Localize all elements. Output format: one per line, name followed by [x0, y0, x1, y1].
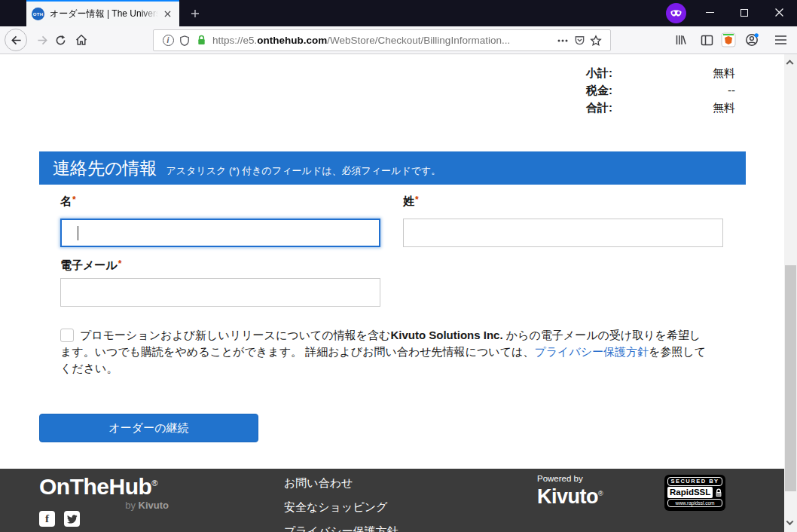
seal-brand: RapidSSL: [667, 487, 713, 498]
byline: by Kivuto: [39, 500, 169, 511]
tab-close-icon[interactable]: [160, 8, 174, 21]
home-button[interactable]: [71, 29, 92, 50]
last-name-input[interactable]: [403, 219, 723, 247]
newsletter-checkbox[interactable]: [60, 329, 74, 342]
footer-links: お問い合わせ 安全なショッピング プライバシー保護方針: [284, 476, 398, 532]
required-asterisk: *: [415, 194, 419, 205]
titlebar: OTH オーダー情報 | The University of T: [0, 0, 797, 26]
kivuto-logo: Kivuto®: [537, 485, 603, 508]
url-bar[interactable]: i https://e5.onthehub.com/WebStore/Check…: [153, 29, 611, 51]
reload-icon: [55, 35, 66, 46]
subtotal-label: 小計:: [586, 64, 612, 81]
footer: OnTheHub® by Kivuto f お問い合わせ 安全なショッピング プ…: [0, 469, 784, 532]
url-domain: onthehub.com: [257, 35, 327, 46]
last-name-label: 姓*: [403, 194, 419, 209]
sidebar-button[interactable]: [696, 29, 717, 50]
https-lock-icon[interactable]: [193, 32, 209, 49]
footer-link-safe-shopping[interactable]: 安全なショッピング: [284, 500, 398, 515]
vertical-scrollbar[interactable]: [784, 54, 797, 532]
email-input[interactable]: [60, 278, 380, 307]
scroll-down-icon[interactable]: [787, 520, 793, 526]
registered-mark: ®: [151, 478, 157, 488]
seal-secured-by: SECURED BY: [667, 477, 722, 486]
facebook-icon[interactable]: f: [39, 511, 55, 527]
powered-by-kivuto: Powered by Kivuto®: [537, 474, 603, 507]
pocket-icon[interactable]: [571, 32, 588, 49]
total-label: 合計:: [586, 99, 612, 116]
sidebar-icon: [701, 35, 713, 46]
scroll-up-icon[interactable]: [787, 59, 793, 65]
url-scheme: https://e5.: [212, 35, 257, 46]
required-asterisk: *: [118, 258, 122, 269]
page-actions-icon[interactable]: [554, 32, 571, 49]
site-favicon: OTH: [32, 8, 44, 20]
page-info-icon[interactable]: i: [160, 32, 176, 49]
twitter-icon[interactable]: [64, 511, 80, 527]
seal-lock-icon: [714, 488, 723, 497]
tracking-protection-shield-icon[interactable]: [176, 32, 193, 49]
extension-icon[interactable]: [718, 29, 739, 50]
page-content: 小計: 無料 税金: -- 合計: 無料 連絡先の情報 アスタリスク (*) 付…: [0, 54, 784, 469]
tab-title: オーダー情報 | The University of T: [50, 8, 160, 20]
order-summary: 小計: 無料 税金: -- 合計: 無料: [586, 64, 735, 116]
menu-button[interactable]: [770, 29, 791, 50]
url-text[interactable]: https://e5.onthehub.com/WebStore/Checkou…: [212, 35, 554, 46]
summary-row-tax: 税金: --: [586, 81, 735, 99]
footer-link-privacy[interactable]: プライバシー保護方針: [284, 524, 398, 532]
url-path: /WebStore/Checkout/BillingInformation...: [327, 35, 510, 46]
account-button[interactable]: [741, 29, 762, 50]
browser-tab[interactable]: OTH オーダー情報 | The University of T: [26, 0, 179, 26]
maximize-button[interactable]: [731, 0, 757, 25]
rapidssl-seal[interactable]: SECURED BY RapidSSL www.rapidssl.com: [664, 475, 725, 511]
private-browsing-icon: [666, 3, 686, 23]
summary-row-subtotal: 小計: 無料: [586, 64, 735, 81]
continue-order-button[interactable]: オーダーの継続: [39, 414, 258, 442]
tax-value: --: [612, 81, 735, 99]
library-button[interactable]: [670, 29, 692, 50]
newsletter-optin: プロモーションおよび新しいリリースについての情報を含むKivuto Soluti…: [60, 327, 707, 377]
section-header: 連絡先の情報 アスタリスク (*) 付きのフィールドは、必須フィールドです。: [39, 151, 746, 185]
text-caret: [78, 226, 78, 240]
close-button[interactable]: [766, 0, 792, 25]
bookmark-star-icon[interactable]: [588, 32, 604, 49]
nav-toolbar: i https://e5.onthehub.com/WebStore/Check…: [0, 26, 797, 54]
summary-row-total: 合計: 無料: [586, 99, 735, 116]
new-tab-icon[interactable]: [187, 5, 203, 22]
email-label: 電子メール*: [60, 258, 121, 273]
privacy-policy-link[interactable]: プライバシー保護方針: [534, 345, 649, 358]
seal-url: www.rapidssl.com: [667, 499, 722, 507]
minimize-button[interactable]: [697, 0, 722, 25]
onthehub-logo: OnTheHub®: [39, 474, 157, 500]
reload-button[interactable]: [50, 29, 71, 50]
home-icon: [75, 34, 87, 46]
forward-icon: [37, 35, 48, 46]
library-icon: [675, 34, 687, 46]
back-button[interactable]: [5, 29, 27, 51]
tax-label: 税金:: [586, 81, 612, 99]
newsletter-text-1: プロモーションおよび新しいリリースについての情報を含む: [80, 329, 390, 341]
required-asterisk: *: [72, 194, 76, 205]
account-icon: [745, 33, 759, 47]
section-subtitle: アスタリスク (*) 付きのフィールドは、必須フィールドです。: [166, 164, 441, 178]
back-icon: [11, 35, 22, 46]
first-name-label: 名*: [60, 194, 76, 209]
footer-link-contact[interactable]: お問い合わせ: [284, 476, 398, 491]
subtotal-value: 無料: [612, 64, 735, 81]
newsletter-company: Kivuto Solutions Inc.: [390, 329, 502, 341]
section-title: 連絡先の情報: [53, 151, 157, 185]
hamburger-icon: [775, 35, 786, 44]
scrollbar-thumb[interactable]: [785, 265, 796, 491]
total-value: 無料: [612, 99, 735, 116]
first-name-input[interactable]: [60, 219, 380, 247]
